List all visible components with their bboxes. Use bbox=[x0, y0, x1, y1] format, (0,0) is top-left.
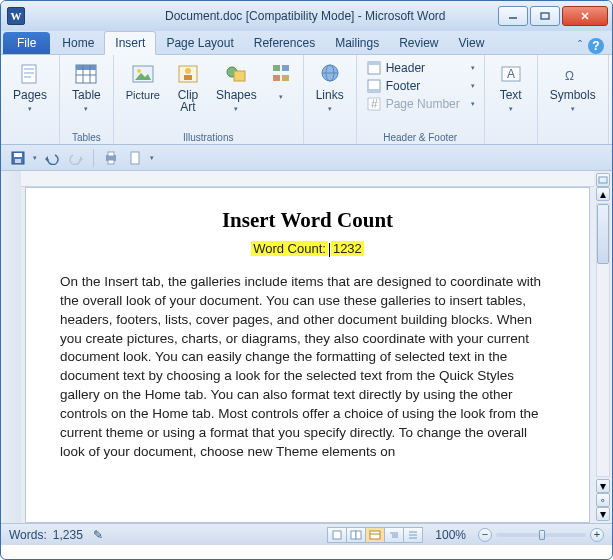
browse-object-icon[interactable]: ◦ bbox=[596, 493, 610, 507]
tab-home[interactable]: Home bbox=[52, 32, 104, 54]
redo-button[interactable] bbox=[67, 149, 85, 167]
tab-references[interactable]: References bbox=[244, 32, 325, 54]
zoom-percent[interactable]: 100% bbox=[435, 528, 466, 542]
chevron-down-icon: ▾ bbox=[471, 82, 475, 90]
zoom-out-button[interactable]: − bbox=[478, 528, 492, 542]
pages-button[interactable]: Pages▾ bbox=[7, 59, 53, 117]
window-title: Document.doc [Compatibility Mode] - Micr… bbox=[165, 9, 496, 23]
chevron-down-icon: ▾ bbox=[28, 105, 32, 112]
chevron-down-icon: ▾ bbox=[328, 105, 332, 112]
tab-review[interactable]: Review bbox=[389, 32, 448, 54]
word-count-value: 1232 bbox=[331, 241, 364, 256]
page-number-button[interactable]: # Page Number ▾ bbox=[363, 95, 478, 113]
next-page-icon[interactable]: ▾ bbox=[596, 507, 610, 521]
svg-marker-40 bbox=[45, 156, 48, 162]
svg-rect-31 bbox=[368, 89, 380, 92]
tab-mailings[interactable]: Mailings bbox=[325, 32, 389, 54]
word-count-label: Word Count: bbox=[251, 241, 328, 256]
vertical-scrollbar[interactable]: ▴ ▾ ◦ ▾ bbox=[594, 171, 612, 523]
group-illustrations: Picture ClipArt Shapes▾ ▾ Illustrations bbox=[114, 55, 304, 144]
page-number-label: Page Number bbox=[386, 97, 460, 111]
tab-file[interactable]: File bbox=[3, 32, 50, 54]
footer-button[interactable]: Footer ▾ bbox=[363, 77, 478, 95]
proofing-icon[interactable]: ✎ bbox=[93, 528, 103, 542]
shapes-button[interactable]: Shapes▾ bbox=[210, 59, 263, 117]
group-header-footer-label: Header & Footer bbox=[363, 132, 478, 144]
save-button[interactable] bbox=[9, 149, 27, 167]
tab-page-layout[interactable]: Page Layout bbox=[156, 32, 243, 54]
symbols-label: Symbols bbox=[550, 88, 596, 102]
words-label: Words: bbox=[9, 528, 47, 542]
chevron-down-icon: ▾ bbox=[279, 93, 283, 100]
new-document-button[interactable] bbox=[126, 149, 144, 167]
words-value[interactable]: 1,235 bbox=[53, 528, 83, 542]
svg-rect-18 bbox=[184, 75, 192, 80]
svg-rect-21 bbox=[273, 65, 280, 71]
document-page[interactable]: Insert Word Count Word Count:1232 On the… bbox=[25, 187, 590, 523]
header-button[interactable]: Header ▾ bbox=[363, 59, 478, 77]
scroll-thumb[interactable] bbox=[597, 204, 609, 264]
vertical-ruler[interactable] bbox=[1, 171, 21, 523]
smartart-icon bbox=[267, 61, 295, 87]
status-bar: Words: 1,235 ✎ 100% − + bbox=[1, 523, 612, 545]
undo-button[interactable] bbox=[43, 149, 61, 167]
omega-icon: Ω bbox=[559, 61, 587, 87]
minimize-ribbon-icon[interactable]: ˆ bbox=[578, 39, 582, 53]
chevron-down-icon: ▾ bbox=[234, 105, 238, 112]
group-tables: Table▾ Tables bbox=[60, 55, 114, 144]
group-text-label bbox=[491, 143, 531, 144]
doc-heading: Insert Word Count bbox=[60, 208, 555, 233]
links-button[interactable]: Links▾ bbox=[310, 59, 350, 117]
zoom-thumb[interactable] bbox=[539, 530, 545, 540]
ribbon-tab-strip: File Home Insert Page Layout References … bbox=[1, 31, 612, 55]
picture-button[interactable]: Picture bbox=[120, 59, 166, 103]
close-button[interactable] bbox=[562, 6, 608, 26]
zoom-slider[interactable]: − + bbox=[478, 528, 604, 542]
group-links: Links▾ bbox=[304, 55, 357, 144]
scroll-up-icon[interactable]: ▴ bbox=[596, 187, 610, 201]
tab-insert[interactable]: Insert bbox=[104, 31, 156, 55]
print-preview-button[interactable] bbox=[102, 149, 120, 167]
table-button[interactable]: Table▾ bbox=[66, 59, 107, 117]
svg-rect-22 bbox=[282, 65, 289, 71]
svg-rect-7 bbox=[24, 76, 31, 78]
horizontal-ruler[interactable] bbox=[21, 171, 594, 187]
help-icon[interactable]: ? bbox=[588, 38, 604, 54]
maximize-button[interactable] bbox=[530, 6, 560, 26]
shapes-icon bbox=[222, 61, 250, 87]
svg-rect-49 bbox=[356, 531, 361, 539]
header-label: Header bbox=[386, 61, 425, 75]
tab-view[interactable]: View bbox=[449, 32, 495, 54]
zoom-track[interactable] bbox=[496, 533, 586, 537]
chevron-down-icon: ▾ bbox=[84, 105, 88, 112]
ruler-toggle-icon[interactable] bbox=[596, 173, 610, 187]
view-outline[interactable] bbox=[384, 527, 404, 543]
svg-rect-9 bbox=[76, 65, 96, 70]
body-paragraph: On the Insert tab, the galleries include… bbox=[60, 273, 555, 462]
view-full-screen[interactable] bbox=[346, 527, 366, 543]
scroll-down-icon[interactable]: ▾ bbox=[596, 479, 610, 493]
svg-rect-46 bbox=[599, 177, 607, 183]
links-label: Links bbox=[316, 88, 344, 102]
minimize-button[interactable] bbox=[498, 6, 528, 26]
group-header-footer: Header ▾ Footer ▾ # Page Number ▾ Header… bbox=[357, 55, 485, 144]
illustrations-more-button[interactable]: ▾ bbox=[265, 59, 297, 105]
view-web-layout[interactable] bbox=[365, 527, 385, 543]
svg-rect-24 bbox=[282, 75, 289, 81]
view-print-layout[interactable] bbox=[327, 527, 347, 543]
table-icon bbox=[72, 61, 100, 87]
symbols-button[interactable]: Ω Symbols▾ bbox=[544, 59, 602, 117]
zoom-in-button[interactable]: + bbox=[590, 528, 604, 542]
svg-rect-43 bbox=[108, 152, 114, 156]
qat-customize-drop[interactable]: ▾ bbox=[150, 154, 154, 162]
svg-rect-47 bbox=[333, 531, 341, 539]
qat-save-drop[interactable]: ▾ bbox=[33, 154, 37, 162]
svg-rect-20 bbox=[234, 71, 245, 81]
svg-text:#: # bbox=[371, 97, 378, 111]
group-pages: Pages▾ bbox=[1, 55, 60, 144]
group-symbols-label bbox=[544, 143, 602, 144]
text-button[interactable]: A Text▾ bbox=[491, 59, 531, 117]
pages-label: Pages bbox=[13, 88, 47, 102]
view-draft[interactable] bbox=[403, 527, 423, 543]
clip-art-button[interactable]: ClipArt bbox=[168, 59, 208, 115]
